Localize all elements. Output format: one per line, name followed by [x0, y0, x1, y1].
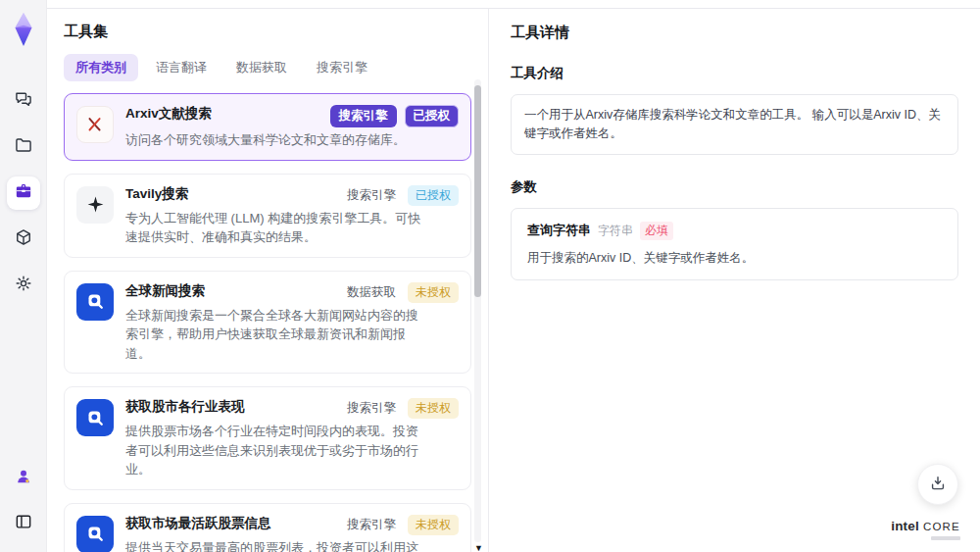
tool-card[interactable]: Tavily搜索 搜索引擎 已授权 专为人工智能代理 (LLM) 构建的搜索引擎…	[64, 174, 471, 258]
param-list: 查询字符串 字符串 必填 用于搜索的Arxiv ID、关键字或作者姓名。	[511, 208, 958, 281]
app-window: 工具集 所有类别语言翻译数据获取搜索引擎 Arxiv文献搜索 搜索引擎 已授权 …	[0, 0, 980, 552]
chat-icon	[14, 89, 33, 113]
tool-status-badge: 已授权	[408, 185, 459, 206]
tool-status-badge: 未授权	[408, 282, 459, 303]
tool-status-badge: 未授权	[408, 398, 459, 419]
page-title: 工具集	[64, 23, 488, 41]
tool-card[interactable]: 获取市场最活跃股票信息 搜索引擎 未授权 提供当天交易量最高的股票列表，投资者可…	[64, 503, 471, 552]
param-type: 字符串	[598, 223, 633, 239]
intel-subtext-bar	[931, 536, 960, 540]
search-globe-icon	[76, 399, 114, 436]
scrollbar-thumb[interactable]	[474, 85, 481, 297]
tab-all-categories[interactable]: 所有类别	[64, 54, 138, 81]
download-button[interactable]	[917, 464, 958, 505]
intel-core-logo: intel CORE	[891, 519, 960, 540]
intro-heading: 工具介绍	[511, 65, 958, 82]
collapse-panel-button[interactable]	[7, 507, 40, 540]
category-tabs: 所有类别语言翻译数据获取搜索引擎	[64, 54, 488, 81]
tool-body: 获取股市各行业表现 搜索引擎 未授权 提供股票市场各个行业在特定时间段内的表现。…	[125, 397, 459, 479]
tab-1[interactable]: 语言翻译	[144, 54, 219, 81]
folder-icon	[14, 135, 33, 159]
details-title: 工具详情	[511, 24, 958, 42]
tool-name: Arxiv文献搜索	[125, 104, 212, 124]
tab-2[interactable]: 数据获取	[224, 54, 299, 81]
tab-3[interactable]: 搜索引擎	[305, 54, 379, 81]
tool-name: 全球新闻搜索	[125, 281, 205, 301]
param-name: 查询字符串	[527, 222, 591, 239]
toolbox-icon	[14, 181, 33, 205]
tool-description: 提供股票市场各个行业在特定时间段内的表现。投资者可以利用这些信息来识别表现优于或…	[125, 422, 459, 479]
scroll-down-arrow-icon[interactable]: ▼	[474, 544, 483, 552]
download-icon	[928, 474, 948, 496]
tool-card[interactable]: Arxiv文献搜索 搜索引擎 已授权 访问各个研究领域大量科学论文和文章的存储库…	[64, 93, 471, 161]
sidebar-nav	[7, 84, 40, 302]
tool-badges: 搜索引擎 未授权	[347, 397, 459, 419]
param-required-badge: 必填	[640, 222, 673, 240]
toolset-panel: 工具集 所有类别语言翻译数据获取搜索引擎 Arxiv文献搜索 搜索引擎 已授权 …	[47, 9, 488, 552]
tool-description: 专为人工智能代理 (LLM) 构建的搜索引擎工具。可快速提供实时、准确和真实的结…	[125, 209, 459, 247]
tool-body: 获取市场最活跃股票信息 搜索引擎 未授权 提供当天交易量最高的股票列表，投资者可…	[125, 514, 459, 552]
search-globe-icon	[76, 516, 114, 552]
sidebar-item-packages[interactable]	[7, 223, 40, 256]
tool-body: Tavily搜索 搜索引擎 已授权 专为人工智能代理 (LLM) 构建的搜索引擎…	[125, 184, 459, 247]
sidebar-item-files[interactable]	[7, 130, 40, 164]
tool-details-panel: 工具详情 工具介绍 一个用于从Arxiv存储库搜索科学论文和文章的工具。 输入可…	[488, 9, 980, 552]
params-heading: 参数	[511, 178, 958, 196]
tool-list: Arxiv文献搜索 搜索引擎 已授权 访问各个研究领域大量科学论文和文章的存储库…	[64, 93, 471, 552]
tool-category-badge: 搜索引擎	[347, 187, 396, 204]
cube-icon	[14, 227, 33, 251]
tavily-star-icon	[76, 186, 114, 224]
tool-badges: 搜索引擎 已授权	[330, 104, 460, 127]
app-logo-icon[interactable]	[6, 10, 41, 49]
user-icon	[14, 467, 33, 490]
sidebar	[0, 0, 47, 552]
sidebar-bottom	[7, 462, 40, 540]
tool-body: 全球新闻搜索 数据获取 未授权 全球新闻搜索是一个聚合全球各大新闻网站内容的搜索…	[125, 281, 459, 364]
tool-name: 获取股市各行业表现	[125, 397, 245, 417]
tool-category-badge: 搜索引擎	[347, 517, 396, 533]
tool-name: Tavily搜索	[125, 184, 188, 204]
panel-toggle-icon	[14, 512, 33, 535]
sidebar-item-chat[interactable]	[7, 84, 40, 118]
core-wordmark: CORE	[923, 521, 960, 532]
search-globe-icon	[76, 283, 114, 321]
param-card: 查询字符串 字符串 必填 用于搜索的Arxiv ID、关键字或作者姓名。	[511, 208, 958, 281]
tool-intro-box: 一个用于从Arxiv存储库搜索科学论文和文章的工具。 输入可以是Arxiv ID…	[511, 94, 958, 155]
tool-description: 全球新闻搜索是一个聚合全球各大新闻网站内容的搜索引擎，帮助用户快速获取全球最新资…	[125, 306, 459, 364]
main-content: 工具集 所有类别语言翻译数据获取搜索引擎 Arxiv文献搜索 搜索引擎 已授权 …	[47, 0, 980, 552]
sidebar-item-settings[interactable]	[7, 269, 40, 302]
param-description: 用于搜索的Arxiv ID、关键字或作者姓名。	[527, 249, 942, 268]
tool-badges: 搜索引擎 未授权	[347, 514, 459, 535]
tool-category-badge: 搜索引擎	[330, 105, 397, 127]
sidebar-item-toolset[interactable]	[7, 176, 40, 210]
arxiv-icon	[76, 106, 114, 143]
tool-status-badge: 已授权	[405, 105, 460, 127]
tool-card[interactable]: 全球新闻搜索 数据获取 未授权 全球新闻搜索是一个聚合全球各大新闻网站内容的搜索…	[64, 271, 471, 375]
user-avatar[interactable]	[7, 462, 40, 495]
tool-name: 获取市场最活跃股票信息	[125, 514, 271, 533]
tool-category-badge: 搜索引擎	[347, 400, 396, 417]
tool-intro-text: 一个用于从Arxiv存储库搜索科学论文和文章的工具。 输入可以是Arxiv ID…	[524, 108, 941, 140]
gear-icon	[14, 274, 33, 297]
tool-description: 提供当天交易量最高的股票列表，投资者可以利用这些信息来识别流动性强的股票和潜在的…	[125, 538, 459, 552]
tool-body: Arxiv文献搜索 搜索引擎 已授权 访问各个研究领域大量科学论文和文章的存储库…	[125, 104, 459, 150]
tool-badges: 数据获取 未授权	[347, 281, 459, 303]
tool-badges: 搜索引擎 已授权	[347, 184, 459, 206]
tool-card[interactable]: 获取股市各行业表现 搜索引擎 未授权 提供股票市场各个行业在特定时间段内的表现。…	[64, 386, 471, 490]
tool-status-badge: 未授权	[408, 515, 459, 535]
tool-category-badge: 数据获取	[347, 284, 396, 301]
intel-wordmark: intel	[891, 519, 919, 533]
tool-description: 访问各个研究领域大量科学论文和文章的存储库。	[125, 130, 459, 150]
